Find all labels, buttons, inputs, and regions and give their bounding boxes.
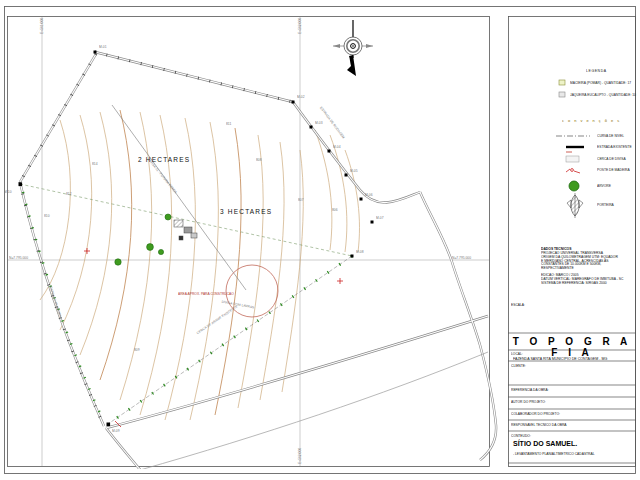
grid-label-bottom-mid: E=562.000 <box>298 448 301 464</box>
sheet-title: T O P O G R A F I A <box>508 336 636 358</box>
collaborator-label: COLABORADOR DO PROJETO: <box>511 412 560 415</box>
legend-item-label: JAQUEIRA EUCALIPTO - QUANTIDADE: 10 <box>570 93 636 96</box>
convention-label: POSTE DE MADEIRA <box>597 168 630 171</box>
legend-symbols <box>556 80 590 218</box>
map-drawing <box>0 0 640 480</box>
content-subtitle: - LEVANTAMENTO PLANIALTIMETRICO CADASTRA… <box>513 452 595 455</box>
reference-label: REFERENCIA DA OBRA: <box>511 388 549 391</box>
elevation-label: 806 <box>332 208 338 211</box>
technical-lead-label: RESPONSAVEL TECNICO DA OBRA <box>511 423 567 426</box>
author-label: AUTOR DO PROJETO: <box>511 400 546 403</box>
convention-label: ARVORE <box>597 184 611 187</box>
legend-item-label: MACIEIRA (POMAR) - QUANTIDADE: 17 <box>570 81 631 84</box>
convention-label: CERCA DE DIVISA <box>597 157 626 160</box>
point-label: M-07 <box>376 216 384 219</box>
point-label: M-03 <box>315 121 323 124</box>
grid-label-left: N=7.795.000 <box>9 256 28 259</box>
point-label: M-08 <box>356 250 364 253</box>
conventions-title: c o n v e n ç õ e s <box>562 119 621 123</box>
point-label: M-05 <box>350 169 358 172</box>
point-label: M-09 <box>112 429 120 432</box>
parcel-3-label: 3 HECTARES <box>220 209 272 216</box>
roads <box>20 52 496 472</box>
convention-label: PORTEIRA <box>597 203 614 206</box>
content-title: SÍTIO DO SAMUEL. <box>513 440 577 447</box>
point-label: M-01 <box>99 45 107 48</box>
tree-symbols <box>115 214 171 265</box>
buildings <box>174 220 197 240</box>
map-frame <box>8 17 490 467</box>
elevation-label: 810 <box>44 214 50 217</box>
grid-label-right: N=7.795.000 <box>452 256 471 259</box>
porteira-symbol <box>567 193 583 218</box>
tech-line: SISTEMA DE REFERENCIA: SIRGAS 2000 <box>541 281 636 285</box>
point-label: M-06 <box>365 193 373 196</box>
content-label: CONTEUDO: <box>511 434 531 437</box>
grid-lines <box>8 17 489 466</box>
point-label: M-10 <box>4 190 12 193</box>
point-label: M-02 <box>297 95 305 98</box>
elevation-label: 808 <box>256 158 262 161</box>
contour-lines <box>40 112 359 420</box>
legend-title: LEGENDA <box>586 69 607 72</box>
point-label: M-04 <box>333 145 341 148</box>
elevation-label: 809 <box>134 348 140 351</box>
post-symbols <box>84 248 343 427</box>
elevation-label: 812 <box>66 192 72 195</box>
north-arrow-icon <box>333 20 373 76</box>
grid-label-top-left: E=561.000 <box>40 18 43 34</box>
convention-label: ESTRADA EXISTENTE <box>597 145 632 148</box>
technical-data-block: DADOS TECNICOS PROJECAO UNIVERSAL TRANSV… <box>541 247 636 285</box>
parcel-2-label: 2 HECTARES <box>138 157 190 164</box>
local-label: LOCAL: <box>511 352 523 355</box>
convention-label: CURVA DE NIVEL <box>597 134 624 137</box>
survey-sheet: 2 HECTARES 3 HECTARES AREA APROX. PARA C… <box>0 0 640 480</box>
client-label: CLIENTE: <box>511 364 526 367</box>
fence-lines <box>20 105 352 424</box>
outer-border <box>5 7 636 474</box>
elevation-label: 811 <box>226 122 231 125</box>
grid-label-top-mid: E=562.000 <box>298 18 301 34</box>
local-value: FAZENDA SANTA RITA MUNICIPIO DE CONTAGEM… <box>513 357 607 361</box>
elevation-label: 807 <box>298 198 304 201</box>
elevation-label: 814 <box>92 162 98 165</box>
scale-label: ESCALA: <box>511 303 525 306</box>
construction-note: AREA APROX. PARA CONSTRUCAO <box>178 292 234 295</box>
